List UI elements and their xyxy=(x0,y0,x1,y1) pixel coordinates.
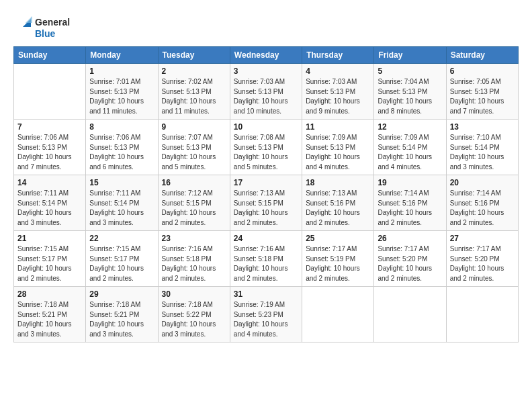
day-info: Sunrise: 7:01 AMSunset: 5:13 PMDaylight:… xyxy=(89,77,154,116)
svg-marker-4 xyxy=(26,16,32,23)
calendar-cell xyxy=(14,64,86,120)
day-number: 31 xyxy=(234,289,298,299)
calendar-cell: 6Sunrise: 7:05 AMSunset: 5:13 PMDaylight… xyxy=(446,64,518,120)
calendar-page: General Blue SundayMondayTuesdayWednesda… xyxy=(0,0,532,411)
day-info: Sunrise: 7:11 AMSunset: 5:14 PMDaylight:… xyxy=(17,189,82,228)
logo-svg: General Blue xyxy=(13,12,74,42)
calendar-cell: 24Sunrise: 7:16 AMSunset: 5:18 PMDayligh… xyxy=(230,231,302,287)
day-info: Sunrise: 7:05 AMSunset: 5:13 PMDaylight:… xyxy=(450,77,515,116)
weekday-header-row: SundayMondayTuesdayWednesdayThursdayFrid… xyxy=(14,47,519,64)
calendar-cell: 27Sunrise: 7:17 AMSunset: 5:20 PMDayligh… xyxy=(446,231,518,287)
calendar-cell: 10Sunrise: 7:08 AMSunset: 5:13 PMDayligh… xyxy=(230,120,302,175)
calendar-cell xyxy=(446,287,518,342)
day-info: Sunrise: 7:15 AMSunset: 5:17 PMDaylight:… xyxy=(89,244,154,283)
day-info: Sunrise: 7:09 AMSunset: 5:14 PMDaylight:… xyxy=(378,133,442,172)
calendar-cell: 28Sunrise: 7:18 AMSunset: 5:21 PMDayligh… xyxy=(14,287,86,342)
day-number: 9 xyxy=(162,122,226,132)
day-number: 24 xyxy=(234,234,298,243)
calendar-cell: 15Sunrise: 7:11 AMSunset: 5:14 PMDayligh… xyxy=(86,175,158,231)
calendar-cell xyxy=(374,287,446,342)
day-info: Sunrise: 7:06 AMSunset: 5:13 PMDaylight:… xyxy=(89,133,154,172)
calendar-cell: 12Sunrise: 7:09 AMSunset: 5:14 PMDayligh… xyxy=(374,120,446,175)
weekday-header-saturday: Saturday xyxy=(446,47,518,64)
day-info: Sunrise: 7:14 AMSunset: 5:16 PMDaylight:… xyxy=(450,189,515,228)
day-info: Sunrise: 7:14 AMSunset: 5:16 PMDaylight:… xyxy=(378,189,442,228)
day-info: Sunrise: 7:04 AMSunset: 5:13 PMDaylight:… xyxy=(378,77,442,116)
day-number: 28 xyxy=(17,289,82,299)
day-number: 30 xyxy=(162,289,226,299)
day-number: 15 xyxy=(89,178,154,187)
day-info: Sunrise: 7:08 AMSunset: 5:13 PMDaylight:… xyxy=(234,133,298,172)
calendar-cell: 11Sunrise: 7:09 AMSunset: 5:13 PMDayligh… xyxy=(302,120,374,175)
calendar-cell: 29Sunrise: 7:18 AMSunset: 5:21 PMDayligh… xyxy=(86,287,158,342)
day-number: 10 xyxy=(234,122,298,132)
day-number: 13 xyxy=(450,122,515,132)
weekday-header-thursday: Thursday xyxy=(302,47,374,64)
svg-text:Blue: Blue xyxy=(35,28,56,39)
calendar-cell: 25Sunrise: 7:17 AMSunset: 5:19 PMDayligh… xyxy=(302,231,374,287)
calendar-cell: 2Sunrise: 7:02 AMSunset: 5:13 PMDaylight… xyxy=(158,64,230,120)
day-number: 26 xyxy=(378,234,442,243)
calendar-cell xyxy=(302,287,374,342)
day-info: Sunrise: 7:02 AMSunset: 5:13 PMDaylight:… xyxy=(162,77,226,116)
day-info: Sunrise: 7:17 AMSunset: 5:20 PMDaylight:… xyxy=(378,244,442,283)
day-info: Sunrise: 7:15 AMSunset: 5:17 PMDaylight:… xyxy=(17,244,82,283)
day-number: 5 xyxy=(378,66,442,76)
calendar-cell: 18Sunrise: 7:13 AMSunset: 5:16 PMDayligh… xyxy=(302,175,374,231)
weekday-header-wednesday: Wednesday xyxy=(230,47,302,64)
calendar-cell: 9Sunrise: 7:07 AMSunset: 5:13 PMDaylight… xyxy=(158,120,230,175)
calendar-cell: 4Sunrise: 7:03 AMSunset: 5:13 PMDaylight… xyxy=(302,64,374,120)
weekday-header-monday: Monday xyxy=(86,47,158,64)
calendar-cell: 13Sunrise: 7:10 AMSunset: 5:14 PMDayligh… xyxy=(446,120,518,175)
calendar-cell: 3Sunrise: 7:03 AMSunset: 5:13 PMDaylight… xyxy=(230,64,302,120)
calendar-cell: 23Sunrise: 7:16 AMSunset: 5:18 PMDayligh… xyxy=(158,231,230,287)
day-info: Sunrise: 7:03 AMSunset: 5:13 PMDaylight:… xyxy=(234,77,298,116)
day-number: 20 xyxy=(450,178,515,187)
day-number: 19 xyxy=(378,178,442,187)
day-info: Sunrise: 7:07 AMSunset: 5:13 PMDaylight:… xyxy=(162,133,226,172)
day-info: Sunrise: 7:11 AMSunset: 5:14 PMDaylight:… xyxy=(89,189,154,228)
calendar-cell: 16Sunrise: 7:12 AMSunset: 5:15 PMDayligh… xyxy=(158,175,230,231)
day-number: 12 xyxy=(378,122,442,132)
day-number: 11 xyxy=(306,122,370,132)
day-number: 14 xyxy=(17,178,82,187)
calendar-cell: 19Sunrise: 7:14 AMSunset: 5:16 PMDayligh… xyxy=(374,175,446,231)
calendar-cell: 22Sunrise: 7:15 AMSunset: 5:17 PMDayligh… xyxy=(86,231,158,287)
calendar-table: SundayMondayTuesdayWednesdayThursdayFrid… xyxy=(13,46,519,342)
week-row-3: 14Sunrise: 7:11 AMSunset: 5:14 PMDayligh… xyxy=(14,175,519,231)
day-number: 2 xyxy=(162,66,226,76)
day-info: Sunrise: 7:17 AMSunset: 5:19 PMDaylight:… xyxy=(306,244,370,283)
calendar-cell: 20Sunrise: 7:14 AMSunset: 5:16 PMDayligh… xyxy=(446,175,518,231)
day-number: 22 xyxy=(89,234,154,243)
day-number: 21 xyxy=(17,234,82,243)
day-number: 7 xyxy=(17,122,82,132)
calendar-cell: 1Sunrise: 7:01 AMSunset: 5:13 PMDaylight… xyxy=(86,64,158,120)
day-number: 25 xyxy=(306,234,370,243)
calendar-cell: 7Sunrise: 7:06 AMSunset: 5:13 PMDaylight… xyxy=(14,120,86,175)
calendar-cell: 14Sunrise: 7:11 AMSunset: 5:14 PMDayligh… xyxy=(14,175,86,231)
day-info: Sunrise: 7:18 AMSunset: 5:22 PMDaylight:… xyxy=(162,300,226,339)
day-info: Sunrise: 7:13 AMSunset: 5:15 PMDaylight:… xyxy=(234,189,298,228)
day-number: 16 xyxy=(162,178,226,187)
day-info: Sunrise: 7:13 AMSunset: 5:16 PMDaylight:… xyxy=(306,189,370,228)
day-number: 3 xyxy=(234,66,298,76)
week-row-1: 1Sunrise: 7:01 AMSunset: 5:13 PMDaylight… xyxy=(14,64,519,120)
day-number: 29 xyxy=(89,289,154,299)
weekday-header-friday: Friday xyxy=(374,47,446,64)
svg-text:General: General xyxy=(35,17,70,28)
day-info: Sunrise: 7:10 AMSunset: 5:14 PMDaylight:… xyxy=(450,133,515,172)
calendar-cell: 26Sunrise: 7:17 AMSunset: 5:20 PMDayligh… xyxy=(374,231,446,287)
day-number: 8 xyxy=(89,122,154,132)
calendar-cell: 30Sunrise: 7:18 AMSunset: 5:22 PMDayligh… xyxy=(158,287,230,342)
day-info: Sunrise: 7:18 AMSunset: 5:21 PMDaylight:… xyxy=(17,300,82,339)
weekday-header-sunday: Sunday xyxy=(14,47,86,64)
week-row-5: 28Sunrise: 7:18 AMSunset: 5:21 PMDayligh… xyxy=(14,287,519,342)
day-number: 27 xyxy=(450,234,515,243)
weekday-header-tuesday: Tuesday xyxy=(158,47,230,64)
logo: General Blue xyxy=(13,12,74,42)
day-info: Sunrise: 7:16 AMSunset: 5:18 PMDaylight:… xyxy=(234,244,298,283)
day-info: Sunrise: 7:17 AMSunset: 5:20 PMDaylight:… xyxy=(450,244,515,283)
header: General Blue xyxy=(13,12,519,42)
calendar-cell: 5Sunrise: 7:04 AMSunset: 5:13 PMDaylight… xyxy=(374,64,446,120)
day-info: Sunrise: 7:16 AMSunset: 5:18 PMDaylight:… xyxy=(162,244,226,283)
